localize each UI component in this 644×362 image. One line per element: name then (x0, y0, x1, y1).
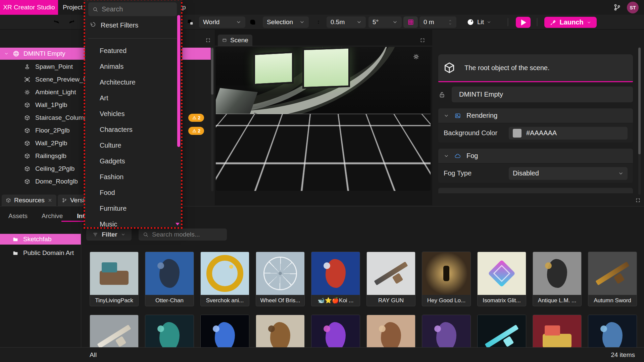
category-item[interactable]: Food (85, 185, 181, 201)
scrollbar-thumb[interactable] (177, 15, 180, 147)
selection-dropdown[interactable]: Selection (263, 16, 309, 28)
lock-open-icon[interactable] (438, 91, 446, 98)
folder-item[interactable]: Public Domain Art (0, 248, 81, 258)
model-card[interactable]: RAY GUN (366, 252, 415, 306)
warning-count: 2 (198, 115, 201, 120)
object-name-field[interactable] (452, 87, 633, 102)
versions-icon[interactable] (613, 3, 621, 11)
gizmo-y-handle[interactable]: Y (391, 144, 403, 156)
properties-section: FogFog TypeDisabled (438, 149, 633, 183)
category-search-input[interactable] (102, 5, 181, 13)
thumbnail-art (311, 252, 360, 295)
move-snap-value: 0.5m (331, 18, 345, 26)
move-snap-dropdown[interactable]: 0.5m (327, 16, 366, 28)
category-item[interactable]: Furniture (85, 201, 181, 216)
category-item[interactable]: Fashion (85, 169, 181, 185)
category-search-box[interactable] (88, 2, 177, 16)
model-card[interactable]: Isomatrix Glit... (477, 252, 526, 306)
close-icon[interactable] (48, 198, 52, 203)
model-card[interactable]: 🐋⭐🍎Koi ... (311, 252, 360, 306)
model-card[interactable]: Sverchok ani... (200, 252, 249, 306)
fullscreen-icon[interactable] (420, 38, 425, 43)
subtab-archive[interactable]: Archive (42, 212, 63, 220)
folder-item[interactable]: Sketchfab (0, 234, 81, 245)
rotate-snap-dropdown[interactable]: 5° (368, 16, 402, 28)
move-snap-icon[interactable] (315, 16, 322, 28)
model-card[interactable]: Wheel Of Bris... (256, 252, 305, 306)
launch-label: Launch (559, 18, 583, 26)
gizmo-center-handle[interactable]: H (394, 160, 398, 166)
world-dropdown[interactable]: World (199, 16, 245, 28)
cube-icon (443, 61, 456, 74)
color-field[interactable]: #AAAAAA (509, 127, 628, 140)
reset-filters-button[interactable]: Reset Filters (90, 19, 138, 31)
chevron-down-icon (392, 19, 398, 25)
category-item[interactable]: Culture (85, 138, 181, 153)
chevron-down-icon[interactable] (4, 51, 9, 56)
model-search-input[interactable] (152, 231, 234, 238)
tab-resources[interactable]: Resources (2, 195, 56, 206)
menu-item-project[interactable]: Project (63, 0, 83, 15)
green-screen-panel (253, 51, 294, 86)
warning-badge[interactable]: 2 (188, 114, 204, 122)
shading-dropdown[interactable]: Lit (466, 16, 491, 28)
category-item[interactable]: Art (85, 90, 181, 106)
select-field[interactable]: Disabled (509, 167, 628, 180)
transform-space-icon[interactable] (187, 16, 194, 28)
section-header[interactable]: Fog (438, 149, 633, 163)
chevron-down-icon (618, 171, 624, 176)
model-card[interactable]: Autumn Sword (588, 252, 637, 306)
model-search-box[interactable] (139, 228, 227, 241)
filter-button[interactable]: Filter (86, 228, 132, 241)
scroll-down-arrow[interactable] (176, 223, 180, 225)
grid-toggle-button[interactable] (403, 16, 418, 28)
cube-icon (24, 166, 30, 172)
undo-button[interactable] (53, 16, 60, 28)
warning-badge[interactable]: 2 (188, 127, 204, 135)
cube-icon (24, 102, 30, 108)
category-item[interactable]: Gadgets (85, 153, 181, 169)
duplicate-icon[interactable] (249, 16, 256, 28)
category-filter-dropdown: Reset Filters FeaturedAnimalsArchitectur… (85, 0, 181, 227)
gizmo-neg-x-handle[interactable] (380, 159, 389, 168)
lit-sphere-icon (466, 18, 475, 26)
category-item[interactable]: Characters (85, 122, 181, 138)
fullscreen-icon[interactable] (206, 38, 210, 43)
thumbnail-art (533, 252, 581, 295)
fullscreen-icon[interactable] (636, 198, 640, 203)
collapsed-section-partial[interactable] (438, 188, 633, 193)
asset-selected-row[interactable] (182, 48, 211, 60)
model-card[interactable]: Hey Good Lo... (422, 252, 471, 306)
launch-button[interactable]: Launch (544, 17, 597, 28)
category-item[interactable]: Vehicles (85, 106, 181, 122)
play-button[interactable] (516, 17, 531, 28)
gear-icon[interactable] (413, 54, 419, 60)
model-card[interactable]: Antique L.M. ... (533, 252, 582, 306)
thumbnail-art (478, 252, 526, 295)
grid-offset-stepper[interactable]: 0 m (419, 16, 456, 28)
category-item[interactable]: Animals (85, 59, 181, 74)
model-card[interactable]: TinyLivingPack (90, 252, 139, 306)
scene-viewport[interactable]: Y X Z H FFocusQERotateGGrabEscDeselect (216, 47, 431, 191)
category-item[interactable]: Architecture (85, 74, 181, 90)
warning-icon (192, 128, 197, 133)
app-title[interactable]: XR Creator Studio (0, 0, 58, 15)
category-item[interactable]: Music (85, 216, 181, 227)
rotate-snap-value: 5° (373, 18, 379, 26)
section-header[interactable]: Rendering (438, 108, 633, 123)
gizmo-axis-dot[interactable] (394, 180, 402, 189)
model-card[interactable]: Otter-Chan (145, 252, 194, 306)
stepper-arrows[interactable] (448, 19, 452, 25)
scrollbar-thumb[interactable] (211, 48, 213, 95)
avatar[interactable]: ST (627, 2, 639, 13)
scrollbar-thumb[interactable] (638, 48, 641, 154)
panel-divider[interactable] (81, 206, 81, 347)
menu-item-clipped[interactable]: p (182, 0, 186, 15)
subtab-assets[interactable]: Assets (8, 212, 28, 220)
object-name-row (438, 87, 633, 102)
redo-button[interactable] (68, 16, 76, 28)
thumbnail-art (201, 252, 249, 295)
toolbar-divider (508, 18, 508, 26)
category-item[interactable]: Featured (85, 43, 181, 59)
tab-scene[interactable]: Scene (218, 35, 252, 46)
